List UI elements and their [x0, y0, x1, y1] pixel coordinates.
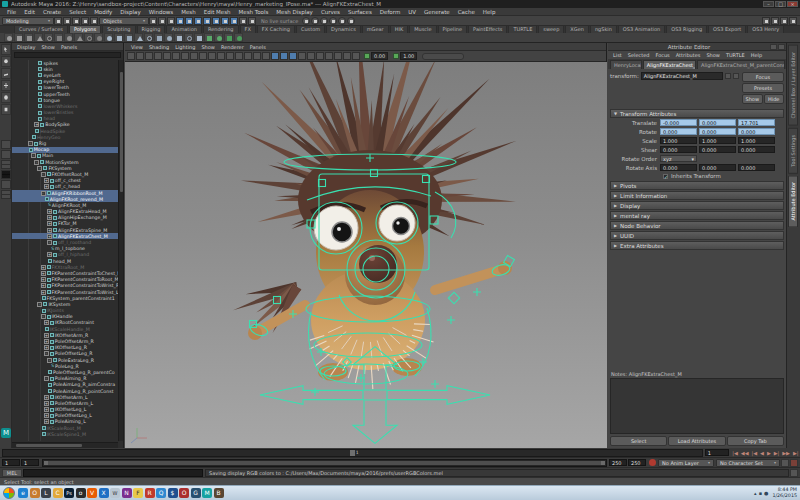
taskbar-spreadsheet-icon[interactable]: X	[99, 488, 109, 498]
ae-menu-list[interactable]: List	[610, 52, 625, 58]
menu-mesh-tools[interactable]: Mesh Tools	[235, 9, 273, 15]
viewport-menu-lighting[interactable]: Lighting	[172, 44, 198, 50]
poly-plane-icon[interactable]	[54, 33, 63, 42]
highlight-affected-icon[interactable]	[248, 17, 256, 25]
open-scene-icon[interactable]	[63, 17, 71, 25]
expand-toggle-icon[interactable]: +	[47, 234, 52, 239]
sculpt-icon[interactable]	[234, 33, 243, 42]
go-to-start-button[interactable]: |◀	[731, 449, 740, 457]
symmetry-icon[interactable]	[230, 17, 238, 25]
rotate-order-selector[interactable]: xyz▾	[660, 155, 697, 162]
playback-options-icon[interactable]	[781, 459, 789, 467]
output-connections-icon[interactable]	[311, 17, 319, 25]
taskbar-vlc-icon[interactable]: V	[87, 488, 97, 498]
ae-tab-henrylocal[interactable]: HenryLocal	[610, 60, 642, 69]
expand-toggle-icon[interactable]: +	[47, 215, 52, 220]
snap-to-point-icon[interactable]	[194, 17, 202, 25]
poly-cube-icon[interactable]	[14, 33, 23, 42]
ae-menu-turtle[interactable]: TURTLE	[723, 52, 748, 58]
outliner-vertical-scrollbar[interactable]	[118, 60, 123, 441]
section-pivots[interactable]: ▶Pivots	[610, 181, 784, 190]
shelf-tab-fx[interactable]: FX	[240, 26, 256, 33]
character-set-selector[interactable]: No Character Set▾	[716, 459, 780, 467]
expand-toggle-icon[interactable]: +	[41, 271, 46, 276]
viewport-menu-show[interactable]: Show	[198, 44, 218, 50]
minimize-button[interactable]: –	[763, 1, 774, 7]
hide-button[interactable]: Hide	[764, 94, 785, 104]
shelf-tab-fx-caching[interactable]: FX Caching	[257, 26, 295, 33]
expand-toggle-icon[interactable]: +	[44, 401, 49, 406]
outliner-menu-panels[interactable]: Panels	[58, 44, 80, 50]
combine-icon[interactable]	[114, 33, 123, 42]
tray-network-icon[interactable]: ▪	[759, 490, 762, 496]
scale-field-y[interactable]: 1.000	[699, 137, 736, 144]
rotate-field-x[interactable]: 0.000	[660, 128, 697, 135]
exposure-field[interactable]: 0.00	[371, 52, 388, 60]
select-tool-icon[interactable]	[1, 44, 11, 55]
close-button[interactable]: ×	[787, 1, 798, 7]
expand-toggle-icon[interactable]: +	[44, 413, 49, 418]
show-modeling-toolkit-icon[interactable]	[789, 17, 797, 25]
show-channel-box-icon[interactable]	[780, 17, 788, 25]
taskbar-photoshop-icon[interactable]: Ps	[64, 488, 74, 498]
lock-camera-icon[interactable]	[136, 52, 144, 60]
outliner-item-ikscalespine1-m[interactable]: IKScaleSpine1_M	[12, 431, 118, 437]
sidebar-tab-attribute-editor[interactable]: Attribute Editor	[788, 175, 798, 227]
expand-toggle-icon[interactable]: +	[44, 333, 49, 338]
shelf-tab-rendering[interactable]: Rendering	[203, 26, 239, 33]
shelf-tab-xgen[interactable]: XGen	[565, 26, 589, 33]
make-object-live-icon[interactable]	[221, 17, 229, 25]
layout-single-pane[interactable]	[1, 140, 11, 149]
expand-toggle-icon[interactable]: -	[47, 240, 52, 245]
2d-pan-zoom-icon[interactable]	[172, 52, 180, 60]
input-connections-icon[interactable]	[302, 17, 310, 25]
shelf-tab-rigging[interactable]: Rigging	[137, 26, 166, 33]
menu-cache[interactable]: Cache	[454, 9, 479, 15]
gate-mask-icon[interactable]	[217, 52, 225, 60]
taskbar-recorder-icon[interactable]: R	[145, 488, 155, 498]
shear-field-y[interactable]: 0.000	[699, 146, 736, 153]
show-button[interactable]: Show	[742, 94, 763, 104]
shelf-tab-hik[interactable]: HIK	[390, 26, 409, 33]
safe-title-icon[interactable]	[244, 52, 252, 60]
playback-start-field[interactable]: 1	[21, 459, 39, 466]
expand-toggle-icon[interactable]: -	[47, 358, 52, 363]
menu-windows[interactable]: Windows	[145, 9, 178, 15]
viewport-menu-renderer[interactable]: Renderer	[218, 44, 247, 50]
translate-field-z[interactable]: 17.701	[738, 119, 775, 126]
viewport-menu-view[interactable]: View	[128, 44, 146, 50]
menu-display[interactable]: Display	[116, 9, 144, 15]
camera-attributes-icon[interactable]	[145, 52, 153, 60]
undo-icon[interactable]	[81, 17, 89, 25]
scale-field-z[interactable]: 1.000	[738, 137, 775, 144]
taskbar-finance-icon[interactable]: $	[168, 488, 178, 498]
step-back-frame-button[interactable]: ◀◀	[739, 449, 750, 457]
layout-hypershade-persp[interactable]	[1, 190, 11, 199]
taskbar-globe-icon[interactable]: G	[191, 488, 201, 498]
viewport-menu-shading[interactable]: Shading	[146, 44, 172, 50]
bookmarks-icon[interactable]	[154, 52, 162, 60]
snap-to-view-plane-icon[interactable]	[212, 17, 220, 25]
ae-tab-alignfkextrachest-m[interactable]: AlignFKExtraChest_M	[643, 60, 696, 69]
layout-persp-outliner[interactable]	[1, 180, 11, 189]
menu-uv[interactable]: UV	[404, 9, 420, 15]
command-language-selector[interactable]: MEL	[2, 469, 22, 477]
expand-toggle-icon[interactable]: +	[44, 345, 49, 350]
poly-torus-icon[interactable]	[44, 33, 53, 42]
snap-to-curve-icon[interactable]	[185, 17, 193, 25]
section-uuid[interactable]: ▶UUID	[610, 231, 784, 240]
menu-generate[interactable]: Generate	[420, 9, 454, 15]
menu-set-selector[interactable]: Modeling▾	[2, 17, 54, 25]
expand-toggle-icon[interactable]: -	[41, 314, 46, 319]
shelf-tab-turtle[interactable]: TURTLE	[508, 26, 537, 33]
poly-pyramid-icon[interactable]	[74, 33, 83, 42]
rotate-field-z[interactable]: 0.000	[738, 128, 775, 135]
expand-toggle-icon[interactable]: +	[47, 228, 52, 233]
layout-two-panes-side[interactable]	[1, 150, 11, 159]
bevel-icon[interactable]	[174, 33, 183, 42]
select-button[interactable]: Select	[610, 436, 667, 446]
expand-toggle-icon[interactable]: +	[44, 339, 49, 344]
menu-modify[interactable]: Modify	[90, 9, 116, 15]
taskbar-opera-icon[interactable]: O	[179, 488, 189, 498]
tray-show-hidden-icon[interactable]: ▴	[754, 490, 757, 496]
